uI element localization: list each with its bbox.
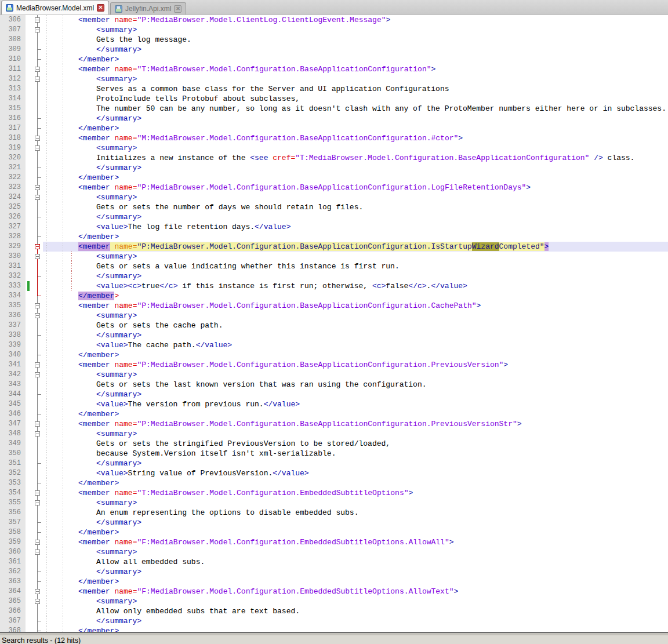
fold-margin[interactable] bbox=[32, 527, 43, 537]
code-text[interactable]: <member name="F:MediaBrowser.Model.Confi… bbox=[43, 587, 668, 596]
line-number[interactable]: 323 bbox=[0, 183, 26, 192]
code-text[interactable]: </member> bbox=[43, 527, 668, 537]
line-number[interactable]: 356 bbox=[0, 508, 26, 518]
fold-margin[interactable] bbox=[32, 557, 43, 567]
line-number[interactable]: 325 bbox=[0, 202, 26, 212]
line-number[interactable]: 308 bbox=[0, 35, 26, 45]
line-number[interactable]: 313 bbox=[0, 84, 26, 94]
line-number[interactable]: 324 bbox=[0, 192, 26, 202]
fold-margin[interactable] bbox=[32, 84, 43, 94]
fold-collapse-icon[interactable] bbox=[35, 362, 40, 368]
fold-collapse-icon[interactable] bbox=[35, 372, 40, 377]
fold-margin[interactable] bbox=[32, 74, 43, 84]
fold-margin[interactable] bbox=[32, 15, 43, 25]
line-number[interactable]: 316 bbox=[0, 114, 26, 123]
fold-margin[interactable] bbox=[32, 301, 43, 311]
code-text[interactable]: <value>The cache path.</value> bbox=[43, 340, 668, 350]
fold-margin[interactable] bbox=[32, 409, 43, 419]
fold-collapse-icon[interactable] bbox=[35, 540, 40, 545]
fold-margin[interactable] bbox=[32, 399, 43, 409]
line-number[interactable]: 360 bbox=[0, 547, 26, 557]
code-text[interactable]: Gets or sets the number of days we shoul… bbox=[43, 202, 668, 212]
fold-margin[interactable] bbox=[32, 537, 43, 547]
line-number[interactable]: 312 bbox=[0, 74, 26, 84]
fold-collapse-icon[interactable] bbox=[35, 313, 40, 318]
code-text[interactable]: <member name="T:MediaBrowser.Model.Confi… bbox=[43, 64, 668, 74]
fold-collapse-icon[interactable] bbox=[35, 254, 40, 259]
code-text[interactable]: </summary> bbox=[43, 390, 668, 399]
code-text[interactable]: An enum representing the options to disa… bbox=[43, 508, 668, 518]
fold-margin[interactable] bbox=[32, 626, 43, 632]
fold-margin[interactable] bbox=[32, 291, 43, 301]
fold-margin[interactable] bbox=[32, 567, 43, 577]
code-text[interactable]: <summary> bbox=[43, 547, 668, 557]
line-number[interactable]: 347 bbox=[0, 419, 26, 429]
fold-margin[interactable] bbox=[32, 153, 43, 163]
code-text[interactable]: </member> bbox=[43, 577, 668, 587]
tab-jellyfin-api-xml[interactable]: Jellyfin.Api.xml ✕ bbox=[110, 2, 186, 14]
code-text[interactable]: </summary> bbox=[43, 616, 668, 626]
fold-collapse-icon[interactable] bbox=[35, 185, 40, 190]
line-number[interactable]: 334 bbox=[0, 291, 26, 301]
line-number[interactable]: 326 bbox=[0, 212, 26, 222]
code-text[interactable]: <summary> bbox=[43, 25, 668, 35]
close-icon[interactable]: ✕ bbox=[174, 5, 181, 13]
line-number[interactable]: 344 bbox=[0, 390, 26, 399]
code-text[interactable]: Gets or sets the cache path. bbox=[43, 321, 668, 330]
fold-margin[interactable] bbox=[32, 261, 43, 271]
line-number[interactable]: 337 bbox=[0, 321, 26, 330]
code-text[interactable]: <member name="M:MediaBrowser.Model.Confi… bbox=[43, 133, 668, 143]
line-number[interactable]: 346 bbox=[0, 409, 26, 419]
fold-collapse-icon[interactable] bbox=[35, 195, 40, 200]
code-text[interactable]: <summary> bbox=[43, 192, 668, 202]
fold-margin[interactable] bbox=[32, 252, 43, 261]
code-text[interactable]: <member name="F:MediaBrowser.Model.Confi… bbox=[43, 537, 668, 547]
fold-margin[interactable] bbox=[32, 25, 43, 35]
code-text[interactable]: Gets or sets the last known version that… bbox=[43, 380, 668, 390]
fold-margin[interactable] bbox=[32, 183, 43, 192]
fold-margin[interactable] bbox=[32, 311, 43, 321]
line-number[interactable]: 357 bbox=[0, 518, 26, 527]
code-text[interactable]: Allow only embedded subs that are text b… bbox=[43, 606, 668, 616]
code-text[interactable]: The number 50 can be any number, so long… bbox=[43, 104, 668, 114]
fold-margin[interactable] bbox=[32, 35, 43, 45]
line-number[interactable]: 306 bbox=[0, 15, 26, 25]
fold-collapse-icon[interactable] bbox=[35, 17, 40, 23]
fold-collapse-icon[interactable] bbox=[35, 421, 40, 427]
code-text[interactable]: <summary> bbox=[43, 429, 668, 439]
fold-margin[interactable] bbox=[32, 468, 43, 478]
code-text[interactable]: Serves as a common base class for the Se… bbox=[43, 84, 668, 94]
fold-collapse-icon[interactable] bbox=[35, 77, 40, 82]
code-text[interactable]: because System.Version itself isn't xml-… bbox=[43, 449, 668, 459]
fold-margin[interactable] bbox=[32, 321, 43, 330]
line-number[interactable]: 331 bbox=[0, 261, 26, 271]
code-text[interactable]: <member name="P:MediaBrowser.Model.Clien… bbox=[43, 15, 668, 25]
fold-margin[interactable] bbox=[32, 232, 43, 242]
code-text[interactable]: <summary> bbox=[43, 498, 668, 508]
code-text[interactable]: </member> bbox=[43, 350, 668, 360]
code-text[interactable]: <member name="P:MediaBrowser.Model.Confi… bbox=[43, 360, 668, 370]
code-text[interactable]: <member name="P:MediaBrowser.Model.Confi… bbox=[43, 419, 668, 429]
fold-margin[interactable] bbox=[32, 202, 43, 212]
code-text[interactable]: <value>String value of PreviousVersion.<… bbox=[43, 468, 668, 478]
code-text[interactable]: <summary> bbox=[43, 143, 668, 153]
fold-margin[interactable] bbox=[32, 459, 43, 468]
fold-margin[interactable] bbox=[32, 518, 43, 527]
fold-margin[interactable] bbox=[32, 390, 43, 399]
code-text[interactable]: </member> bbox=[43, 123, 668, 133]
fold-margin[interactable] bbox=[32, 360, 43, 370]
line-number[interactable]: 367 bbox=[0, 616, 26, 626]
fold-margin[interactable] bbox=[32, 143, 43, 153]
fold-margin[interactable] bbox=[32, 439, 43, 449]
line-number[interactable]: 328 bbox=[0, 232, 26, 242]
line-number[interactable]: 310 bbox=[0, 54, 26, 64]
code-text[interactable]: </summary> bbox=[43, 163, 668, 173]
line-number[interactable]: 362 bbox=[0, 567, 26, 577]
fold-margin[interactable] bbox=[32, 596, 43, 606]
code-text[interactable]: </summary> bbox=[43, 567, 668, 577]
code-text[interactable]: Gets or sets a value indicating whether … bbox=[43, 261, 668, 271]
code-text[interactable]: <member name="P:MediaBrowser.Model.Confi… bbox=[43, 183, 668, 192]
fold-margin[interactable] bbox=[32, 478, 43, 488]
line-number[interactable]: 330 bbox=[0, 252, 26, 261]
fold-collapse-icon[interactable] bbox=[35, 589, 40, 594]
